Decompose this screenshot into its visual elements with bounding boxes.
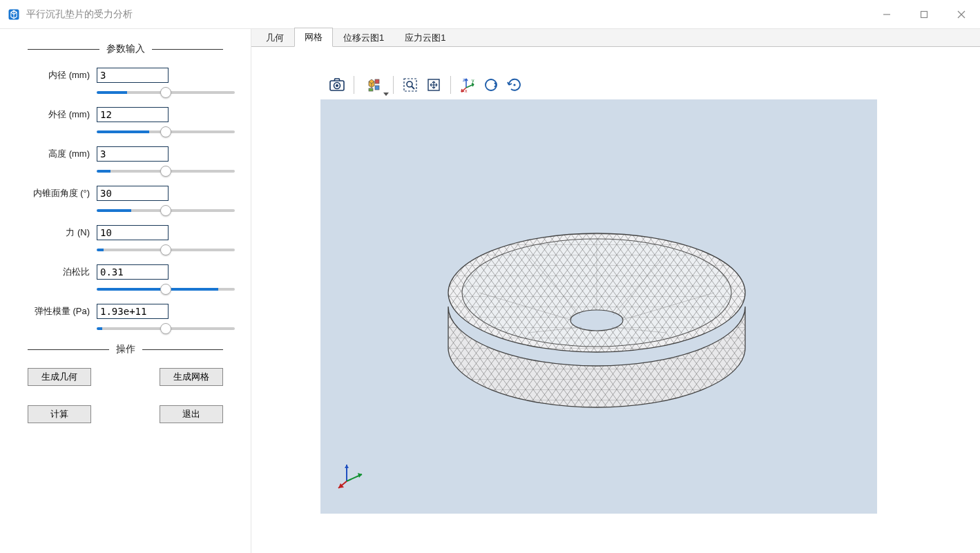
section-header-params: 参数输入 — [28, 43, 223, 55]
close-button[interactable] — [943, 0, 980, 29]
poisson-slider[interactable] — [97, 288, 235, 291]
screenshot-button[interactable] — [326, 75, 348, 95]
toolbar-separator — [450, 76, 451, 94]
param-row-poisson: 泊松比 — [28, 264, 223, 280]
svg-text:z: z — [463, 77, 465, 82]
param-label: 内径 (mm) — [28, 69, 97, 81]
maximize-button[interactable] — [905, 0, 943, 29]
svg-rect-8 — [375, 79, 379, 84]
outer-diameter-input[interactable] — [97, 107, 169, 122]
section-title-params: 参数输入 — [99, 43, 152, 55]
svg-point-7 — [336, 84, 338, 87]
svg-text:y: y — [472, 78, 474, 84]
param-row-cone-angle: 内锥面角度 (°) — [28, 186, 223, 201]
generate-mesh-button[interactable]: 生成网格 — [160, 368, 223, 386]
param-label: 弹性模量 (Pa) — [28, 305, 97, 318]
tab-displacement-contour[interactable]: 位移云图1 — [333, 28, 394, 47]
window-title: 平行沉孔垫片的受力分析 — [26, 8, 133, 21]
force-input[interactable] — [97, 225, 169, 240]
svg-text:x: x — [465, 88, 468, 93]
svg-rect-11 — [404, 79, 416, 91]
tab-mesh[interactable]: 网格 — [294, 28, 333, 47]
svg-rect-9 — [375, 86, 379, 90]
toolbar-separator — [354, 76, 354, 94]
youngs-modulus-slider[interactable] — [97, 327, 235, 330]
minimize-button[interactable] — [868, 0, 905, 29]
svg-point-21 — [486, 79, 497, 90]
rotate-view-button[interactable] — [480, 75, 502, 95]
view-presets-button[interactable] — [360, 75, 387, 95]
section-header-ops: 操作 — [28, 343, 223, 356]
param-label: 高度 (mm) — [28, 148, 97, 160]
compute-button[interactable]: 计算 — [28, 405, 91, 423]
inner-diameter-slider[interactable] — [97, 91, 235, 94]
section-title-ops: 操作 — [109, 343, 142, 356]
zoom-extents-button[interactable] — [423, 75, 445, 95]
sidebar: 参数输入 内径 (mm) 外径 (mm) 高度 (mm) 内锥面角度 (°) — [0, 29, 251, 553]
window-controls — [868, 0, 980, 29]
reset-rotation-button[interactable] — [503, 75, 526, 95]
tab-stress-contour[interactable]: 应力云图1 — [394, 28, 456, 47]
height-input[interactable] — [97, 146, 169, 162]
axes-toggle-button[interactable]: z y x — [457, 75, 479, 95]
svg-rect-10 — [369, 88, 373, 91]
cone-angle-input[interactable] — [97, 186, 169, 201]
viewport-toolbar: z y x — [320, 70, 877, 99]
app-icon — [7, 8, 21, 21]
mesh-render — [320, 99, 877, 514]
exit-button[interactable]: 退出 — [160, 405, 223, 423]
svg-point-12 — [407, 81, 412, 87]
param-row-height: 高度 (mm) — [28, 146, 223, 162]
cone-angle-slider[interactable] — [97, 209, 235, 212]
title-bar: 平行沉孔垫片的受力分析 — [0, 0, 980, 29]
svg-point-22 — [513, 84, 515, 86]
tab-geometry[interactable]: 几何 — [256, 28, 294, 47]
force-slider[interactable] — [97, 249, 235, 251]
poisson-input[interactable] — [97, 264, 169, 280]
param-label: 力 (N) — [28, 226, 97, 239]
outer-diameter-slider[interactable] — [97, 130, 235, 133]
viewport-3d[interactable] — [320, 99, 877, 514]
param-row-inner-diameter: 内径 (mm) — [28, 68, 223, 83]
param-label: 泊松比 — [28, 266, 97, 278]
svg-rect-2 — [921, 11, 928, 17]
param-label: 内锥面角度 (°) — [28, 187, 97, 200]
param-row-force: 力 (N) — [28, 225, 223, 240]
param-label: 外径 (mm) — [28, 108, 97, 121]
height-slider[interactable] — [97, 170, 235, 173]
main-area: 几何 网格 位移云图1 应力云图1 — [251, 29, 980, 553]
chevron-down-icon — [383, 93, 389, 96]
zoom-box-button[interactable] — [399, 75, 421, 95]
param-row-outer-diameter: 外径 (mm) — [28, 107, 223, 122]
inner-diameter-input[interactable] — [97, 68, 169, 83]
toolbar-separator — [393, 76, 394, 94]
generate-geometry-button[interactable]: 生成几何 — [28, 368, 91, 386]
param-row-youngs-modulus: 弹性模量 (Pa) — [28, 304, 223, 319]
youngs-modulus-input[interactable] — [97, 304, 169, 319]
axis-triad-icon — [336, 459, 367, 493]
svg-line-13 — [412, 86, 414, 89]
tab-bar: 几何 网格 位移云图1 应力云图1 — [251, 29, 980, 47]
